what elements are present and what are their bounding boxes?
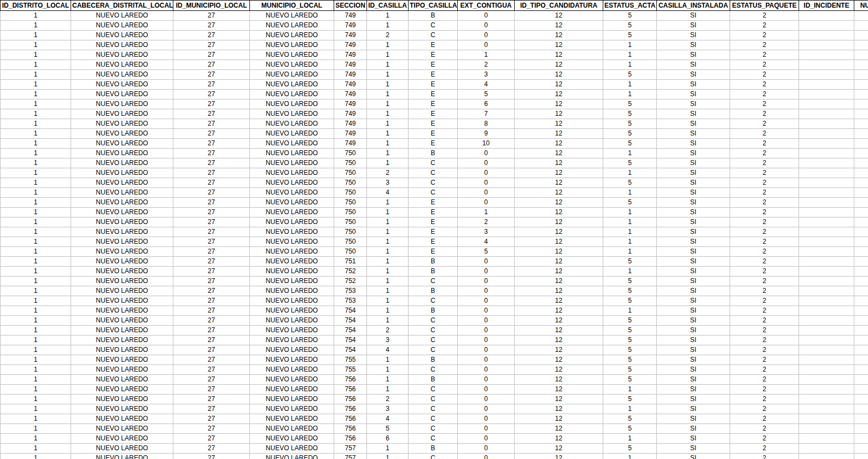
cell[interactable]: NUEVO LAREDO [250,385,334,395]
cell[interactable]: 12 [515,168,603,178]
cell[interactable] [854,355,868,365]
cell[interactable] [799,40,854,50]
cell[interactable]: 1 [367,139,409,149]
cell[interactable] [854,296,868,306]
cell[interactable]: NUEVO LAREDO [71,139,173,149]
cell[interactable]: 27 [173,40,250,50]
cell[interactable]: 6 [367,434,409,444]
cell[interactable] [854,227,868,237]
cell[interactable]: SI [657,395,730,404]
cell[interactable]: 1 [367,296,409,306]
cell[interactable]: 2 [730,326,799,336]
cell[interactable]: C [409,395,458,404]
cell[interactable]: 749 [334,11,367,21]
cell[interactable]: E [409,227,458,237]
cell[interactable]: 12 [515,267,603,276]
cell[interactable]: 5 [603,11,657,21]
cell[interactable]: 5 [367,424,409,434]
cell[interactable] [854,375,868,385]
column-header-id_tipo_candidatura[interactable]: ID_TIPO_CANDIDATURA [515,0,603,11]
cell[interactable]: 12 [515,99,603,109]
cell[interactable]: 1 [603,50,657,60]
column-header-id_casilla[interactable]: ID_CASILLA [367,0,409,11]
cell[interactable]: 5 [603,336,657,345]
cell[interactable]: 0 [458,198,515,208]
cell[interactable]: 0 [458,40,515,50]
cell[interactable]: 27 [173,414,250,424]
cell[interactable]: 1 [603,40,657,50]
cell[interactable]: 1 [0,395,71,404]
cell[interactable]: 2 [730,296,799,306]
cell[interactable]: E [409,99,458,109]
cell[interactable]: 3 [367,178,409,188]
cell[interactable]: SI [657,326,730,336]
cell[interactable]: 5 [603,198,657,208]
cell[interactable] [799,50,854,60]
cell[interactable]: 27 [173,424,250,434]
cell[interactable]: 1 [0,178,71,188]
cell[interactable]: B [409,306,458,316]
cell[interactable]: NUEVO LAREDO [71,168,173,178]
cell[interactable]: 1 [0,247,71,257]
column-header-nu[interactable]: NU [854,0,868,11]
cell[interactable]: 5 [458,90,515,99]
cell[interactable]: 27 [173,70,250,80]
cell[interactable]: 27 [173,217,250,227]
cell[interactable]: NUEVO LAREDO [71,444,173,454]
cell[interactable]: NUEVO LAREDO [71,404,173,414]
cell[interactable] [799,178,854,188]
cell[interactable]: SI [657,237,730,247]
cell[interactable]: NUEVO LAREDO [250,454,334,459]
cell[interactable]: 27 [173,355,250,365]
cell[interactable] [799,326,854,336]
cell[interactable]: SI [657,158,730,168]
cell[interactable]: NUEVO LAREDO [250,444,334,454]
cell[interactable] [854,188,868,198]
cell[interactable]: 750 [334,158,367,168]
cell[interactable] [854,247,868,257]
cell[interactable]: NUEVO LAREDO [250,149,334,158]
cell[interactable]: 1 [0,31,71,40]
cell[interactable]: NUEVO LAREDO [71,336,173,345]
cell[interactable]: 3 [367,336,409,345]
cell[interactable]: 1 [0,149,71,158]
cell[interactable]: 5 [603,109,657,119]
cell[interactable]: 0 [458,21,515,31]
cell[interactable]: 750 [334,188,367,198]
cell[interactable]: C [409,345,458,355]
cell[interactable]: 27 [173,375,250,385]
cell[interactable]: 753 [334,296,367,306]
cell[interactable]: 2 [730,119,799,129]
cell[interactable]: 0 [458,316,515,326]
cell[interactable]: NUEVO LAREDO [250,404,334,414]
cell[interactable]: SI [657,198,730,208]
cell[interactable] [799,99,854,109]
cell[interactable]: 3 [458,227,515,237]
cell[interactable]: 12 [515,306,603,316]
cell[interactable]: 12 [515,395,603,404]
cell[interactable] [854,208,868,217]
cell[interactable]: 12 [515,21,603,31]
cell[interactable]: NUEVO LAREDO [250,247,334,257]
cell[interactable]: 12 [515,70,603,80]
cell[interactable] [854,434,868,444]
cell[interactable]: NUEVO LAREDO [71,198,173,208]
cell[interactable]: 12 [515,60,603,70]
cell[interactable]: SI [657,267,730,276]
cell[interactable]: 754 [334,326,367,336]
cell[interactable]: NUEVO LAREDO [250,336,334,345]
cell[interactable]: NUEVO LAREDO [250,60,334,70]
cell[interactable] [854,316,868,326]
cell[interactable]: 1 [603,80,657,90]
cell[interactable]: 12 [515,109,603,119]
column-header-casilla_instalada[interactable]: CASILLA_INSTALADA [657,0,730,11]
cell[interactable]: 5 [603,355,657,365]
cell[interactable]: NUEVO LAREDO [71,99,173,109]
cell[interactable] [799,296,854,306]
column-header-ext_contigua[interactable]: EXT_CONTIGUA [458,0,515,11]
cell[interactable]: 27 [173,345,250,355]
cell[interactable]: 7 [458,109,515,119]
cell[interactable]: NUEVO LAREDO [250,326,334,336]
cell[interactable]: 1 [367,149,409,158]
cell[interactable]: 1 [603,188,657,198]
